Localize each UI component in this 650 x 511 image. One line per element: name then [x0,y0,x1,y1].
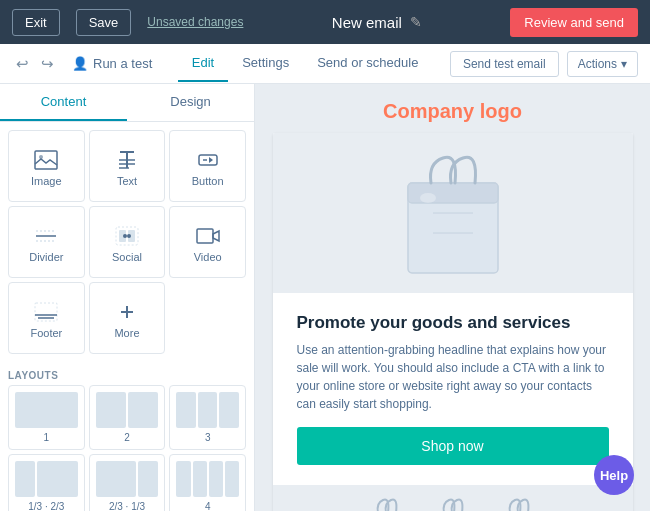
layout-4-col[interactable]: 4 [169,454,246,511]
more-icon [115,302,139,322]
shopping-bag-image [393,143,513,283]
email-card: Promote your goods and services Use an a… [273,133,633,511]
layout-col [138,461,158,497]
svg-point-16 [123,234,127,238]
review-send-button[interactable]: Review and send [510,8,638,37]
footer-bag-3 [494,495,544,511]
run-test-button[interactable]: 👤 Run a test [64,56,160,71]
layout-1-label: 1 [44,432,50,443]
promo-text: Use an attention-grabbing headline that … [297,341,609,413]
image-icon [34,150,58,170]
content-item-divider[interactable]: Divider [8,206,85,278]
unsaved-changes-link[interactable]: Unsaved changes [147,15,243,29]
tab-edit[interactable]: Edit [178,45,228,82]
send-test-email-button[interactable]: Send test email [450,51,559,77]
tab-content[interactable]: Content [0,84,127,121]
undo-redo-group: ↩ ↪ [12,53,58,75]
layout-2-3-1-3[interactable]: 2/3 · 1/3 [89,454,166,511]
tab-design[interactable]: Design [127,84,254,121]
image-label: Image [31,175,62,187]
layout-col [176,461,190,497]
layout-1-preview [15,392,78,428]
layout-3-label: 3 [205,432,211,443]
help-button[interactable]: Help [594,455,634,495]
top-bar-left: Exit Save Unsaved changes [12,9,243,36]
text-icon [115,150,139,170]
footer-icon [34,302,58,322]
layout-col [15,392,78,428]
actions-label: Actions [578,57,617,71]
layout-col [96,392,126,428]
layout-col [225,461,239,497]
layout-2-col[interactable]: 2 [89,385,166,450]
promo-title: Promote your goods and services [297,313,609,333]
top-bar-right: Review and send [510,8,638,37]
layout-2-label: 2 [124,432,130,443]
content-item-button[interactable]: Button [169,130,246,202]
second-bar-left: ↩ ↪ 👤 Run a test [12,53,160,75]
email-canvas-area: Company logo [255,84,650,511]
layout-3-col[interactable]: 3 [169,385,246,450]
content-item-video[interactable]: Video [169,206,246,278]
run-test-label: Run a test [93,56,152,71]
content-item-image[interactable]: Image [8,130,85,202]
content-item-more[interactable]: More [89,282,166,354]
content-item-footer[interactable]: Footer [8,282,85,354]
button-icon [196,150,220,170]
redo-button[interactable]: ↪ [37,53,58,75]
layout-col [176,392,196,428]
layout-1-3-2-3-label: 1/3 · 2/3 [28,501,64,511]
layout-1-3-2-3[interactable]: 1/3 · 2/3 [8,454,85,511]
footer-bag-2 [428,495,478,511]
second-bar-right: Send test email Actions ▾ [450,51,638,77]
second-bar: ↩ ↪ 👤 Run a test Edit Settings Send or s… [0,44,650,84]
layout-col [198,392,218,428]
footer-bag-1 [362,495,412,511]
layout-col [96,461,136,497]
exit-button[interactable]: Exit [12,9,60,36]
shop-now-button[interactable]: Shop now [297,427,609,465]
layouts-section-label: LAYOUTS [0,362,254,385]
divider-label: Divider [29,251,63,263]
layout-2-3-1-3-label: 2/3 · 1/3 [109,501,145,511]
email-canvas: Company logo [273,84,633,511]
save-button[interactable]: Save [76,9,132,36]
chevron-down-icon: ▾ [621,57,627,71]
layout-col [209,461,223,497]
more-label: More [114,327,139,339]
footer-label: Footer [30,327,62,339]
actions-button[interactable]: Actions ▾ [567,51,638,77]
divider-icon [34,226,58,246]
social-icon [115,226,139,246]
video-icon [196,226,220,246]
layouts-grid: 1 2 3 [0,385,254,511]
button-label: Button [192,175,224,187]
email-body: Promote your goods and services Use an a… [273,293,633,485]
svg-rect-0 [35,151,57,169]
top-bar: Exit Save Unsaved changes New email ✎ Re… [0,0,650,44]
main-tabs: Edit Settings Send or schedule [178,45,433,82]
layout-4-preview [176,461,239,497]
tab-settings[interactable]: Settings [228,45,303,82]
person-icon: 👤 [72,56,88,71]
text-label: Text [117,175,137,187]
tab-send-schedule[interactable]: Send or schedule [303,45,432,82]
layout-1-col[interactable]: 1 [8,385,85,450]
left-panel: Content Design Image [0,84,255,511]
layout-col [15,461,35,497]
edit-title-icon[interactable]: ✎ [410,14,422,30]
layout-4-label: 4 [205,501,211,511]
undo-button[interactable]: ↩ [12,53,33,75]
content-item-social[interactable]: Social [89,206,166,278]
layout-col [219,392,239,428]
content-item-text[interactable]: Text [89,130,166,202]
layout-col [193,461,207,497]
social-label: Social [112,251,142,263]
svg-point-17 [127,234,131,238]
email-title: New email [332,14,402,31]
email-footer-section [273,485,633,511]
company-logo-text: Company logo [383,100,522,122]
layout-col [37,461,77,497]
layout-col [128,392,158,428]
email-title-area: New email ✎ [332,14,422,31]
